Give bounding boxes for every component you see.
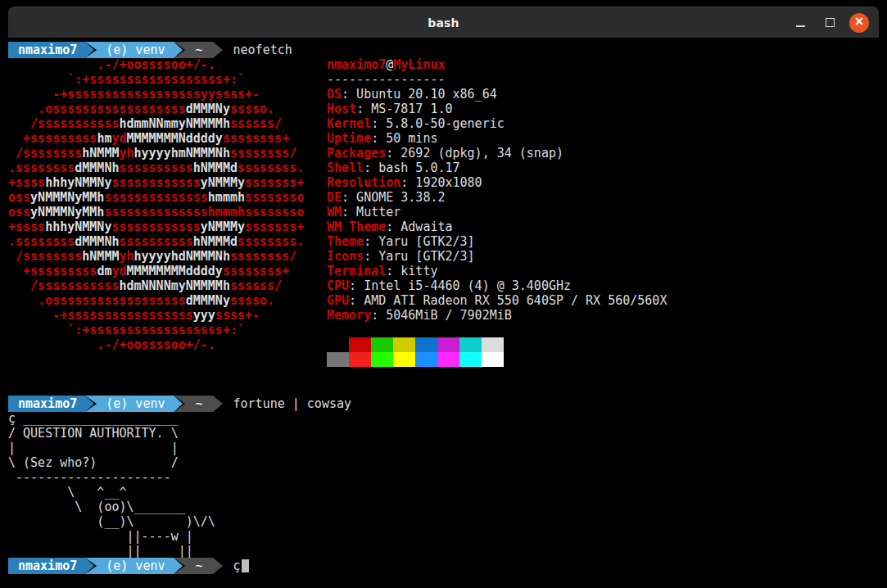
close-button[interactable]: × (849, 13, 869, 33)
neofetch-info-line: Theme: Yaru [GTK2/3] (327, 234, 667, 249)
neofetch-info-line: Kernel: 5.8.0-50-generic (327, 116, 667, 131)
prompt-dir-segment: ~ (186, 396, 213, 412)
neofetch-info-line: CPU: Intel i5-4460 (4) @ 3.400GHz (327, 278, 667, 293)
terminal-cursor (242, 559, 249, 572)
palette-swatch (459, 352, 482, 367)
terminal-color-palette (327, 337, 504, 367)
neofetch-info: nmaximo7@MyLinux----------------OS: Ubun… (327, 57, 667, 323)
window-title: bash (8, 16, 879, 29)
prompt-venv-segment: (e) venv (97, 42, 173, 58)
powerline-separator-icon (213, 396, 225, 412)
neofetch-info-line: Uptime: 50 mins (327, 131, 667, 146)
command-text: neofetch (233, 43, 292, 57)
powerline-separator-icon (213, 558, 225, 574)
neofetch-info-line: Host: MS-7817 1.0 (327, 102, 667, 116)
neofetch-info-line: WM Theme: Adwaita (327, 219, 667, 234)
neofetch-title: nmaximo7@MyLinux (327, 57, 667, 72)
palette-swatch (371, 337, 393, 352)
prompt-line-2: nmaximo7(e) venv~fortune | cowsay (8, 396, 351, 412)
prompt-dir-segment: ~ (186, 42, 213, 58)
palette-swatch (349, 352, 371, 367)
maximize-button[interactable] (820, 13, 839, 33)
palette-swatch (437, 337, 459, 352)
powerline-separator-icon (213, 42, 225, 58)
minimize-button[interactable] (790, 13, 810, 33)
prompt-user-segment: nmaximo7 (8, 558, 85, 574)
neofetch-info-line: OS: Ubuntu 20.10 x86_64 (327, 87, 667, 102)
prompt-dir-segment: ~ (186, 558, 213, 574)
powerline-separator-icon (174, 558, 186, 574)
neofetch-info-line: DE: GNOME 3.38.2 (327, 190, 667, 205)
cowsay-output: ç _____________________ / QUESTION AUTHO… (8, 411, 215, 559)
palette-swatch (349, 337, 371, 352)
prompt-venv-segment: (e) venv (97, 558, 173, 574)
neofetch-info-line: WM: Mutter (327, 205, 667, 219)
powerline-separator-icon (85, 558, 97, 574)
command-text: fortune | cowsay (233, 396, 352, 411)
prompt-user-segment: nmaximo7 (8, 42, 85, 58)
neofetch-title-underline: ---------------- (327, 72, 667, 87)
maximize-icon (826, 18, 835, 27)
palette-swatch (393, 337, 415, 352)
neofetch-ascii-art: .-/+oossssoo+/-. `:+ssssssssssssssssss+:… (8, 57, 304, 352)
palette-swatch (415, 337, 437, 352)
powerline-separator-icon (85, 396, 97, 412)
neofetch-info-line: Icons: Yaru [GTK2/3] (327, 249, 667, 264)
prompt-user-segment: nmaximo7 (8, 396, 85, 412)
palette-swatch (482, 352, 504, 367)
minimize-icon (796, 25, 805, 27)
terminal-content[interactable]: nmaximo7(e) venv~neofetch .-/+oossssoo+/… (8, 38, 879, 588)
neofetch-info-line: Terminal: kitty (327, 264, 667, 278)
palette-swatch (327, 352, 349, 367)
palette-swatch (415, 352, 437, 367)
neofetch-info-line: Shell: bash 5.0.17 (327, 161, 667, 175)
palette-swatch (327, 337, 349, 352)
palette-swatch (371, 352, 393, 367)
prompt-line-3: nmaximo7(e) venv~ç (8, 558, 249, 574)
titlebar[interactable]: bash × (8, 7, 879, 38)
powerline-separator-icon (85, 42, 97, 58)
palette-swatch (393, 352, 415, 367)
command-text: ç (233, 559, 241, 573)
close-icon: × (854, 16, 865, 28)
terminal-window: bash × nmaximo7(e) venv~neofetch .-/+oos… (8, 7, 879, 588)
prompt-venv-segment: (e) venv (97, 396, 173, 412)
palette-swatch (459, 337, 482, 352)
neofetch-info-line: GPU: AMD ATI Radeon RX 550 640SP / RX 56… (327, 293, 667, 308)
neofetch-info-line: Resolution: 1920x1080 (327, 175, 667, 190)
prompt-line-1: nmaximo7(e) venv~neofetch (8, 42, 292, 58)
window-controls: × (790, 7, 869, 38)
palette-swatch (482, 337, 504, 352)
neofetch-info-line: Packages: 2692 (dpkg), 34 (snap) (327, 146, 667, 161)
powerline-separator-icon (174, 396, 186, 412)
powerline-separator-icon (174, 42, 186, 58)
neofetch-info-line: Memory: 5046MiB / 7902MiB (327, 308, 667, 323)
palette-swatch (437, 352, 459, 367)
